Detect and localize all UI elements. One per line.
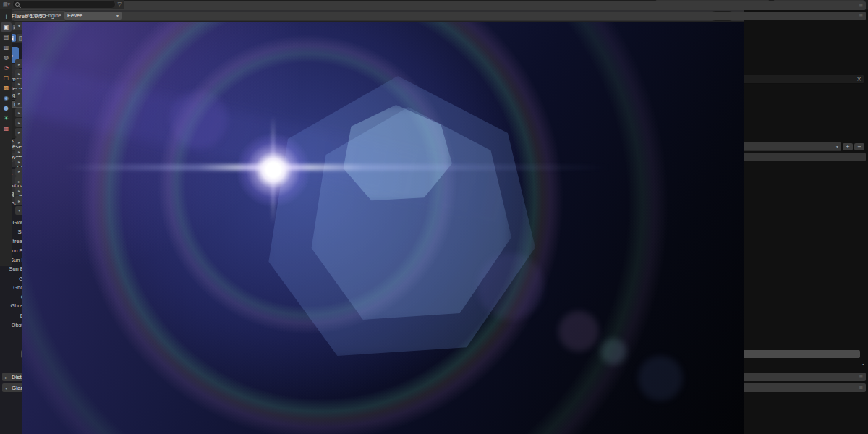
tool-properties-tab[interactable]: + <box>1 12 12 22</box>
modifiers-properties-tab[interactable]: ▩ <box>1 83 12 93</box>
flared-panel-header[interactable]: ▾ Flared 1.9.50 ≡ <box>2 12 866 20</box>
flare-ghost-dot <box>558 311 599 352</box>
search-icon <box>15 2 20 7</box>
object-data-properties-tab[interactable]: ☀ <box>1 114 12 123</box>
render-icon: ▣ <box>4 24 9 30</box>
modifiers-icon: ▩ <box>4 85 9 91</box>
properties-header: ▤▾ ▽ <box>0 0 124 9</box>
render-properties-tab[interactable]: ▣ <box>1 22 12 32</box>
add-preset-button[interactable]: + <box>843 143 853 150</box>
view-layer-icon: ▥ <box>4 44 9 51</box>
flare-ghost-dot <box>477 253 544 320</box>
flare-ghost-dot <box>170 90 228 148</box>
flare-horizontal-streak <box>61 164 611 171</box>
render-engine-label: Render Engine <box>15 12 64 19</box>
flare-sun-core <box>234 130 313 210</box>
view-layer-properties-tab[interactable]: ▥ <box>1 43 12 52</box>
object-data-icon: ☀ <box>4 115 9 122</box>
render-engine-value: Eevee <box>67 12 82 19</box>
filter-funnel-icon[interactable]: ▽ <box>118 1 122 7</box>
object-icon: ▢ <box>4 75 9 81</box>
physics-icon: ◉ <box>4 95 9 101</box>
object-properties-tab[interactable]: ▢ <box>1 73 12 82</box>
physics-properties-tab[interactable]: ◉ <box>1 93 12 103</box>
flare-ghost-dot <box>600 339 626 365</box>
render-engine-dropdown[interactable]: Eevee ▾ <box>64 12 122 20</box>
properties-search-input[interactable] <box>12 0 115 9</box>
3d-viewport[interactable] <box>22 22 744 434</box>
world-properties-tab[interactable]: ◔ <box>1 63 12 72</box>
output-icon: ▤ <box>4 34 9 41</box>
flare-ghost-dot <box>638 356 683 401</box>
texture-properties-tab[interactable]: ▦ <box>1 124 12 133</box>
clear-icon[interactable]: × <box>856 76 861 82</box>
scene-properties-tab[interactable]: ◍ <box>1 53 12 62</box>
properties-tabs: +▣▤▥◍◔▢▩◉●☀▦ <box>0 9 12 266</box>
chevron-down-icon: ▾ <box>836 144 838 149</box>
blender-window: FileEditRenderWindowHelp LayoutModelingS… <box>0 0 868 434</box>
properties-display-icon[interactable]: ▤▾ <box>3 1 10 7</box>
tool-icon: + <box>4 14 9 20</box>
constraints-properties-tab[interactable]: ● <box>1 103 12 113</box>
constraints-icon: ● <box>4 105 9 111</box>
output-properties-tab[interactable]: ▤ <box>1 33 12 42</box>
scene-icon: ◍ <box>4 54 9 61</box>
world-icon: ◔ <box>4 64 9 71</box>
flared-render-engine-panel-header[interactable]: ▸ Flared Render Engine ≡ <box>2 1 866 10</box>
texture-icon: ▦ <box>4 125 9 132</box>
remove-preset-button[interactable]: − <box>854 143 864 150</box>
